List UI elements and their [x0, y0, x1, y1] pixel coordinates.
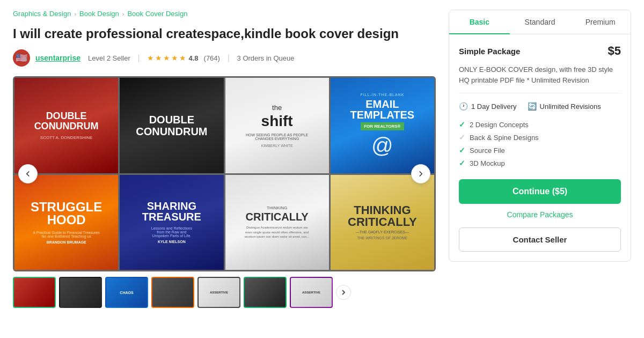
breadcrumb-link-1[interactable]: Graphics & Design [13, 10, 71, 18]
feature-label-2: Back & Spine Designs [470, 134, 539, 142]
cover-title-5: STRUGGLEHOOD [31, 201, 102, 226]
check-icon-3: ✓ [459, 146, 465, 155]
thumbnail-6[interactable] [244, 277, 287, 308]
cover-title-7: CRITICALLY [246, 211, 309, 222]
package-description: ONLY E-BOOK COVER design, with free 3D s… [459, 64, 621, 93]
breadcrumb: Graphics & Design › Book Design › Book C… [13, 10, 436, 18]
divider: | [138, 54, 140, 62]
cover-author-6: KYLE NIELSON [158, 240, 186, 244]
check-icon-2: ✓ [459, 133, 465, 142]
delivery-time: 🕐 1 Day Delivery [459, 102, 517, 111]
features-list: ✓ 2 Design Concepts ✓ Back & Spine Desig… [459, 118, 621, 170]
rating-value: 4.8 [188, 54, 198, 62]
clock-icon: 🕐 [459, 102, 468, 111]
cover-author-5: BRANDON BRUMAGE [47, 240, 86, 244]
reviews-count: (764) [204, 54, 220, 62]
prev-image-button[interactable] [18, 164, 38, 183]
feature-1: ✓ 2 Design Concepts [459, 118, 621, 131]
cover-pretitle-7: THINKING [267, 205, 287, 210]
cover-subtitle-6: Lessons and Reflectionsfrom the Raw andU… [151, 226, 192, 238]
seller-info: 🇺🇸 usentarprise Level 2 Seller | ★ ★ ★ ★… [13, 49, 436, 67]
delivery-time-label: 1 Day Delivery [471, 102, 517, 111]
package-content: Simple Package $5 ONLY E-BOOK COVER desi… [449, 34, 631, 261]
book-cover-5: STRUGGLEHOOD A Practical Guide to Financ… [14, 175, 118, 270]
star-1: ★ [147, 54, 154, 62]
package-price: $5 [608, 44, 621, 58]
book-cover-6: SHARINGTREASURE Lessons and Reflectionsf… [120, 175, 223, 270]
revisions-info: 🔄 Unlimited Revisions [528, 102, 601, 111]
tab-basic[interactable]: Basic [449, 10, 510, 34]
package-tabs: Basic Standard Premium [449, 10, 631, 34]
thumbnail-4[interactable] [151, 277, 194, 308]
tab-premium[interactable]: Premium [570, 10, 631, 34]
thumbnail-1[interactable] [13, 277, 56, 308]
cover-subtitle-4: FOR REALTORS® [361, 122, 404, 130]
thumbnail-2[interactable] [59, 277, 102, 308]
continue-button[interactable]: Continue ($5) [459, 179, 621, 204]
delivery-info: 🕐 1 Day Delivery 🔄 Unlimited Revisions [459, 102, 621, 111]
cover-author-1: SCOTT A. DONDERSHINE [40, 135, 93, 140]
next-image-button[interactable] [411, 164, 430, 183]
thumbnail-7[interactable]: ASSERTIVE [290, 277, 333, 308]
breadcrumb-link-3[interactable]: Book Cover Design [127, 10, 187, 18]
seller-avatar: 🇺🇸 [13, 49, 30, 67]
package-header: Simple Package $5 [459, 44, 621, 58]
book-cover-4: FILL-IN-THE-BLANK EMAILTEMPLATES FOR REA… [331, 78, 434, 173]
cover-title-1: DOUBLECONUNDRUM [34, 111, 99, 133]
feature-3: ✓ Source File [459, 144, 621, 157]
breadcrumb-sep-2: › [122, 11, 125, 17]
star-3: ★ [163, 54, 170, 62]
divider-2: | [228, 54, 230, 62]
breadcrumb-link-2[interactable]: Book Design [79, 10, 119, 18]
cover-body-7: Distinguo Academicorum wslum wutum staev… [245, 225, 310, 239]
seller-level: Level 2 Seller [88, 54, 130, 62]
contact-seller-button[interactable]: Contact Seller [459, 227, 621, 252]
cover-icon-4: @ [371, 134, 393, 158]
compare-packages-link[interactable]: Compare Packages [459, 210, 621, 219]
seller-flag: 🇺🇸 [16, 49, 27, 67]
thumbnail-next-button[interactable] [336, 285, 351, 300]
refresh-icon: 🔄 [528, 102, 537, 111]
cover-title-8: THINKINGCRITICALLY [348, 204, 417, 228]
cover-subtitle-3: HOW SEEING PEOPLE AS PEOPLECHANGES EVERY… [246, 133, 308, 141]
book-cover-7: THINKING CRITICALLY Distinguo Academicor… [225, 175, 329, 270]
revisions-label: Unlimited Revisions [540, 102, 601, 111]
main-image-container: DOUBLECONUNDRUM SCOTT A. DONDERSHINE DOU… [13, 76, 436, 271]
cover-title-4: EMAILTEMPLATES [350, 99, 415, 120]
listing-title: I will create professional createspace,k… [13, 25, 436, 42]
tab-standard[interactable]: Standard [510, 10, 570, 34]
check-icon-1: ✓ [459, 120, 465, 129]
book-cover-2: DOUBLECONUNDRUM [120, 78, 223, 173]
cover-pretitle-3: the [272, 104, 282, 112]
cover-subtitle-5: A Practical Guide to Financial Treasures… [33, 231, 100, 238]
feature-2: ✓ Back & Spine Designs [459, 131, 621, 144]
seller-name[interactable]: usentarprise [35, 54, 80, 62]
cover-title-3: shift [261, 114, 293, 129]
feature-label-1: 2 Design Concepts [470, 121, 529, 129]
cover-title-2: DOUBLECONUNDRUM [136, 114, 207, 137]
star-5: ★ [179, 54, 186, 62]
cover-subtitle-8: —THE GADFLY EXERCISES— [356, 230, 409, 234]
listing-left-column: Graphics & Design › Book Design › Book C… [13, 10, 436, 308]
star-rating: ★ ★ ★ ★ ★ 4.8 [147, 54, 198, 62]
feature-label-3: Source File [470, 146, 505, 155]
package-card: Basic Standard Premium Simple Package $5… [449, 10, 631, 262]
book-cover-3: the shift HOW SEEING PEOPLE AS PEOPLECHA… [225, 78, 329, 173]
queue-count: 3 Orders in Queue [237, 54, 295, 62]
star-4: ★ [171, 54, 178, 62]
breadcrumb-sep-1: › [74, 11, 76, 17]
thumbnail-strip: CHAOS ASSERTIVE ASSERTIVE [13, 277, 436, 308]
thumbnail-5[interactable]: ASSERTIVE [197, 277, 240, 308]
cover-sub2-8: THE WRITINGS OF JEROME [357, 236, 408, 240]
check-icon-4: ✓ [459, 159, 465, 167]
cover-author-3: KIMBERLY WHITE [261, 144, 292, 148]
thumbnail-3[interactable]: CHAOS [105, 277, 148, 308]
feature-4: ✓ 3D Mockup [459, 157, 621, 170]
star-2: ★ [155, 54, 162, 62]
package-panel: Basic Standard Premium Simple Package $5… [449, 10, 631, 308]
cover-title-6: SHARINGTREASURE [142, 201, 201, 222]
package-name: Simple Package [459, 47, 520, 56]
cover-pretitle-4: FILL-IN-THE-BLANK [360, 93, 404, 97]
book-cover-8: THINKINGCRITICALLY —THE GADFLY EXERCISES… [331, 175, 434, 270]
book-covers-grid: DOUBLECONUNDRUM SCOTT A. DONDERSHINE DOU… [13, 76, 436, 271]
